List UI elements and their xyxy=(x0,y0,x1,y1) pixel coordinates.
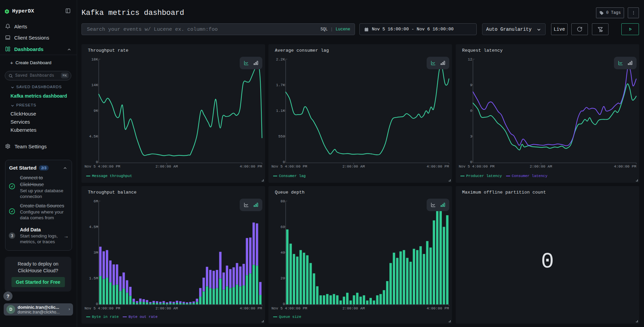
svg-text:2:00:00 AM: 2:00:00 AM xyxy=(530,165,552,169)
svg-text:0: 0 xyxy=(283,160,285,164)
svg-text:2:00:00 AM: 2:00:00 AM xyxy=(342,306,365,310)
svg-text:4:00:00 PM: 4:00:00 PM xyxy=(427,165,449,169)
svg-text:550: 550 xyxy=(278,134,285,139)
svg-text:Nov 5 4:00:00 PM: Nov 5 4:00:00 PM xyxy=(85,165,120,169)
svg-text:14K: 14K xyxy=(91,83,98,87)
svg-text:2.2K: 2.2K xyxy=(276,57,285,61)
svg-text:12: 12 xyxy=(468,57,472,61)
svg-text:0: 0 xyxy=(96,160,98,164)
svg-text:80: 80 xyxy=(281,199,285,203)
svg-text:4:00:00 PM: 4:00:00 PM xyxy=(427,306,449,310)
svg-text:2:00:00 AM: 2:00:00 AM xyxy=(156,165,178,169)
svg-text:18K: 18K xyxy=(91,57,98,61)
svg-text:20: 20 xyxy=(281,276,285,280)
svg-text:2:00:00 AM: 2:00:00 AM xyxy=(342,165,365,169)
svg-text:Nov 5 4:00:00 PM: Nov 5 4:00:00 PM xyxy=(85,306,120,310)
svg-text:4:00:00 PM: 4:00:00 PM xyxy=(240,165,262,169)
svg-text:1.7K: 1.7K xyxy=(276,83,285,87)
svg-text:3: 3 xyxy=(470,134,472,139)
svg-text:6: 6 xyxy=(470,109,472,113)
svg-text:1.1K: 1.1K xyxy=(276,109,285,113)
svg-text:6M: 6M xyxy=(94,199,98,203)
svg-text:4.5M: 4.5M xyxy=(89,225,98,229)
svg-text:Nov 5 4:00:00 PM: Nov 5 4:00:00 PM xyxy=(271,306,307,310)
svg-text:2:00:00 AM: 2:00:00 AM xyxy=(156,306,178,310)
svg-text:9K: 9K xyxy=(94,109,98,113)
svg-text:3M: 3M xyxy=(94,251,98,255)
svg-text:1.5M: 1.5M xyxy=(89,276,98,280)
svg-text:4:00:00 PM: 4:00:00 PM xyxy=(240,306,262,310)
svg-text:0: 0 xyxy=(470,160,472,164)
svg-text:4.5K: 4.5K xyxy=(89,134,98,139)
svg-text:4:00:00 PM: 4:00:00 PM xyxy=(614,165,636,169)
svg-text:60: 60 xyxy=(281,225,285,229)
svg-text:9: 9 xyxy=(470,83,472,87)
svg-text:40: 40 xyxy=(281,251,285,255)
svg-text:0: 0 xyxy=(96,302,98,306)
svg-text:0: 0 xyxy=(283,302,285,306)
svg-text:Nov 5 4:00:00 PM: Nov 5 4:00:00 PM xyxy=(271,165,307,169)
svg-text:Nov 5 4:00:00 PM: Nov 5 4:00:00 PM xyxy=(459,165,495,169)
